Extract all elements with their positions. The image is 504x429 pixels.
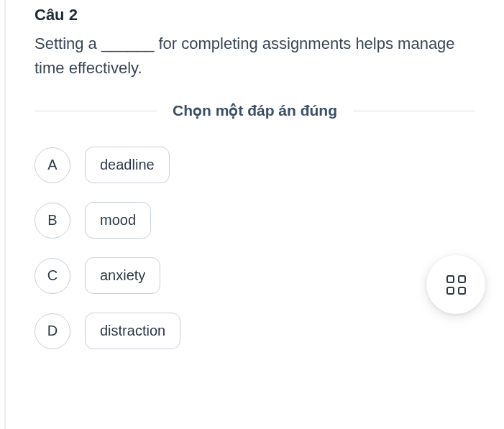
option-text: mood (85, 202, 151, 239)
grid-menu-button[interactable] (426, 255, 485, 314)
question-text: Setting a ______ for completing assignme… (35, 32, 475, 80)
option-b[interactable]: B mood (35, 202, 475, 239)
divider-line-right (353, 111, 475, 111)
option-text: distraction (85, 313, 180, 349)
options-list: A deadline B mood C anxiety D distractio… (35, 147, 475, 349)
divider-line-left (35, 111, 157, 111)
option-d[interactable]: D distraction (35, 313, 475, 349)
option-text: deadline (85, 147, 170, 183)
option-c[interactable]: C anxiety (35, 257, 475, 294)
question-container: Câu 2 Setting a ______ for completing as… (4, 0, 504, 429)
grid-icon (446, 275, 466, 295)
instruction-divider: Chọn một đáp án đúng (35, 102, 475, 119)
option-letter: C (35, 258, 70, 294)
option-a[interactable]: A deadline (35, 147, 475, 183)
option-letter: B (35, 203, 70, 239)
option-letter: D (35, 313, 70, 349)
option-letter: A (35, 147, 70, 183)
question-number: Câu 2 (35, 6, 475, 24)
option-text: anxiety (85, 257, 160, 294)
instruction-label: Chọn một đáp án đúng (157, 102, 353, 119)
